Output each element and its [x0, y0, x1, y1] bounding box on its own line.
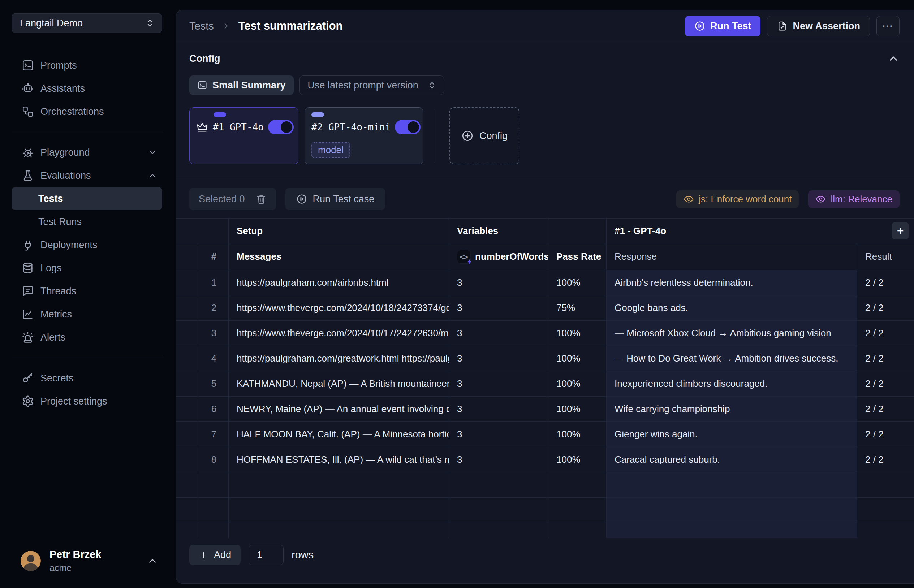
header-actions: Run Test New Assertion ⋯	[685, 16, 899, 37]
row-select-cell[interactable]	[176, 447, 199, 472]
breadcrumb-tests[interactable]: Tests	[189, 20, 214, 32]
assertion-badge-js[interactable]: js: Enforce word count	[676, 191, 799, 208]
response-cell[interactable]: Wife carrying championship	[607, 397, 857, 422]
new-assertion-button[interactable]: New Assertion	[767, 16, 870, 37]
row-index: 2	[199, 296, 229, 321]
add-config-button[interactable]: Config	[449, 107, 520, 164]
run-test-button[interactable]: Run Test	[685, 16, 761, 37]
variable-cell[interactable]: 3	[449, 296, 548, 321]
response-cell[interactable]: Gienger wins again.	[607, 422, 857, 447]
assertion-label: js: Enforce word count	[699, 194, 791, 205]
row-select-cell[interactable]	[176, 321, 199, 346]
message-cell[interactable]: https://www.theverge.com/2024/10/17/2427…	[229, 321, 449, 346]
sidebar-item-deployments[interactable]: Deployments	[11, 233, 162, 257]
user-meta: Petr Brzek acme	[50, 549, 101, 573]
eye-icon	[683, 194, 694, 204]
sidebar-item-logs[interactable]: Logs	[11, 257, 162, 279]
user-menu[interactable]: Petr Brzek acme	[0, 543, 174, 588]
assertion-badge-llm[interactable]: llm: Relevance	[808, 191, 899, 208]
alerts-icon	[22, 331, 34, 344]
chevron-updown-icon	[427, 80, 437, 90]
message-cell[interactable]: NEWRY, Maine (AP) — An annual event invo…	[229, 397, 449, 422]
result-cell[interactable]: 2 / 2	[857, 397, 914, 422]
terminal-icon	[197, 80, 207, 90]
add-model-column-button[interactable]: +	[891, 222, 909, 239]
model-toggle[interactable]	[395, 120, 420, 134]
variable-cell[interactable]: 3	[449, 397, 548, 422]
more-options-button[interactable]: ⋯	[877, 16, 899, 37]
row-select-cell[interactable]	[176, 346, 199, 371]
plus-circle-icon	[461, 130, 474, 142]
add-row-button[interactable]: Add	[189, 544, 241, 565]
result-cell[interactable]: 2 / 2	[857, 422, 914, 447]
row-select-cell[interactable]	[176, 422, 199, 447]
sidebar-item-test-runs[interactable]: Test Runs	[11, 210, 162, 233]
model-rank-pill	[213, 112, 226, 117]
variable-cell[interactable]: 3	[449, 346, 548, 371]
message-cell[interactable]: KATHMANDU, Nepal (AP) — A British mounta…	[229, 371, 449, 397]
row-select-cell[interactable]	[176, 397, 199, 422]
row-index: 6	[199, 397, 229, 422]
variable-cell[interactable]: 3	[449, 371, 548, 397]
sidebar-item-evaluations[interactable]: Evaluations	[11, 164, 162, 187]
sidebar-nav: PromptsAssistantsOrchestrationsPlaygroun…	[0, 54, 174, 543]
config-collapse-icon[interactable]	[887, 52, 899, 65]
prompt-chip[interactable]: Small Summary	[189, 76, 294, 95]
sidebar-item-tests[interactable]: Tests	[11, 187, 162, 210]
pass-rate-cell: 100%	[548, 422, 607, 447]
response-cell[interactable]: Google bans ads.	[607, 296, 857, 321]
row-select-cell[interactable]	[176, 371, 199, 397]
prompt-version-select[interactable]: Use latest prompt version	[299, 76, 444, 95]
sidebar-item-metrics[interactable]: Metrics	[11, 303, 162, 326]
group-header-variables: Variables	[449, 218, 548, 244]
header-pass-rate: Pass Rate	[548, 244, 607, 270]
empty-variable-cell	[449, 523, 548, 538]
workspace-selector[interactable]: Langtail Demo	[11, 13, 162, 33]
response-cell[interactable]: — How to Do Great Work → Ambition drives…	[607, 346, 857, 371]
sidebar-item-playground[interactable]: Playground	[11, 141, 162, 164]
pass-rate-cell: 100%	[548, 270, 607, 296]
result-cell[interactable]: 2 / 2	[857, 321, 914, 346]
response-cell[interactable]: Airbnb's relentless determination.	[607, 270, 857, 296]
result-cell[interactable]: 2 / 2	[857, 270, 914, 296]
sidebar-item-assistants[interactable]: Assistants	[11, 77, 162, 100]
variable-cell[interactable]: 3	[449, 321, 548, 346]
sidebar-item-alerts[interactable]: Alerts	[11, 326, 162, 349]
table-toolbar: Selected 0 Run Test case js: Enforce wor…	[189, 188, 899, 210]
response-cell[interactable]: Inexperienced climbers discouraged.	[607, 371, 857, 397]
sidebar-item-label: Evaluations	[40, 170, 91, 181]
sidebar-item-secrets[interactable]: Secrets	[11, 367, 162, 390]
message-cell[interactable]: https://paulgraham.com/airbnbs.html	[229, 270, 449, 296]
chevron-down-icon	[148, 148, 157, 157]
message-cell[interactable]: HALF MOON BAY, Calif. (AP) — A Minnesota…	[229, 422, 449, 447]
variable-cell[interactable]: 3	[449, 270, 548, 296]
sidebar-item-threads[interactable]: Threads	[11, 279, 162, 303]
result-cell[interactable]: 2 / 2	[857, 371, 914, 397]
result-cell[interactable]: 2 / 2	[857, 296, 914, 321]
response-cell[interactable]: — Microsoft Xbox Cloud → Ambitious gamin…	[607, 321, 857, 346]
sidebar: Langtail Demo PromptsAssistantsOrchestra…	[0, 0, 174, 588]
result-cell[interactable]: 2 / 2	[857, 346, 914, 371]
message-cell[interactable]: https://www.theverge.com/2024/10/18/2427…	[229, 296, 449, 321]
sidebar-item-project-settings[interactable]: Project settings	[11, 390, 162, 413]
model-card-gpt-4o-mini[interactable]: #2 GPT-4o-mini model	[305, 107, 423, 164]
sidebar-item-label: Project settings	[40, 396, 107, 407]
empty-response-cell	[607, 523, 857, 538]
message-cell[interactable]: HOFFMAN ESTATES, Ill. (AP) — A wild cat …	[229, 447, 449, 472]
sidebar-item-orchestrations[interactable]: Orchestrations	[11, 100, 162, 123]
row-select-cell[interactable]	[176, 296, 199, 321]
model-card-gpt-4o[interactable]: #1 GPT-4o	[189, 107, 299, 164]
rows-count-input[interactable]	[249, 544, 284, 565]
variable-cell[interactable]: 3	[449, 447, 548, 472]
variable-cell[interactable]: 3	[449, 422, 548, 447]
sidebar-item-prompts[interactable]: Prompts	[11, 54, 162, 77]
message-cell[interactable]: https://paulgraham.com/greatwork.html ht…	[229, 346, 449, 371]
result-cell[interactable]: 2 / 2	[857, 447, 914, 472]
page-header: Tests Test summarization Run Test New As…	[176, 10, 914, 42]
row-select-cell[interactable]	[176, 270, 199, 296]
trash-icon[interactable]	[256, 194, 266, 204]
response-cell[interactable]: Caracal captured suburb.	[607, 447, 857, 472]
model-toggle[interactable]	[268, 120, 294, 134]
user-name: Petr Brzek	[50, 549, 101, 561]
run-test-case-button[interactable]: Run Test case	[286, 188, 386, 210]
